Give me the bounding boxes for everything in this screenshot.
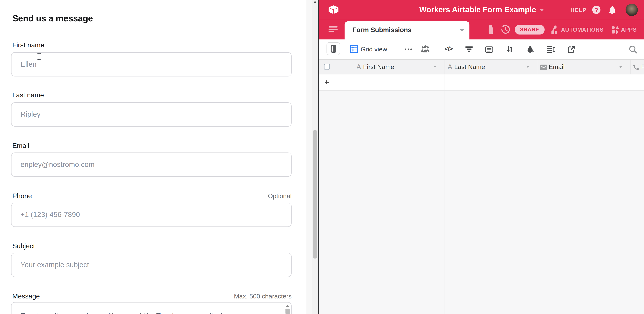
email-field-type-icon — [540, 64, 547, 70]
window-divider[interactable] — [318, 0, 319, 314]
column-separator — [444, 60, 444, 74]
grid-body — [319, 91, 644, 314]
textarea-scroll-thumb[interactable] — [286, 309, 290, 314]
airtable-pane: Workers Airtable Form Example HELP ? For… — [319, 0, 644, 314]
view-toolbar: Grid view </> — [319, 40, 644, 59]
grid-view-icon[interactable] — [350, 45, 358, 53]
column-name: First Name — [363, 63, 394, 71]
page-scrollbar-thumb[interactable] — [313, 130, 317, 259]
page-scroll-up-icon[interactable] — [313, 1, 316, 3]
collaborators-icon[interactable] — [421, 45, 430, 53]
column-caret-icon[interactable] — [526, 66, 529, 68]
column-name: Email — [549, 63, 565, 71]
apps-icon[interactable] — [612, 26, 620, 34]
last-name-label: Last name — [12, 91, 44, 99]
airtable-table-tabs-row: Form Submissions SHARE AUTOMATIONS — [319, 20, 644, 39]
phone-input[interactable] — [11, 203, 292, 227]
group-icon[interactable] — [485, 47, 493, 53]
contact-form-pane: Send us a message First name Last name E… — [0, 0, 306, 314]
phone-label: Phone — [12, 192, 32, 200]
table-tab-form-submissions[interactable]: Form Submissions — [344, 21, 470, 40]
screen: Send us a message First name Last name E… — [0, 0, 644, 314]
sort-icon[interactable] — [506, 45, 513, 53]
history-icon[interactable] — [501, 25, 510, 34]
apps-button[interactable]: APPS — [621, 27, 637, 33]
search-icon[interactable] — [629, 45, 637, 53]
email-label: Email — [12, 142, 29, 150]
help-button[interactable]: HELP — [570, 7, 590, 13]
base-title-text[interactable]: Workers Airtable Form Example — [419, 5, 536, 14]
form-title: Send us a message — [12, 14, 93, 24]
column-name: Last Name — [454, 63, 485, 71]
share-button[interactable]: SHARE — [515, 25, 545, 35]
views-sidebar-toggle-button[interactable] — [326, 42, 340, 55]
first-name-input[interactable] — [11, 52, 292, 77]
subject-input[interactable] — [11, 253, 292, 277]
user-avatar[interactable] — [626, 4, 638, 16]
view-name-label[interactable]: Grid view — [360, 46, 387, 53]
column-name: P — [641, 63, 644, 71]
phone-optional-helper: Optional — [268, 192, 292, 200]
column-separator — [630, 60, 630, 74]
column-separator — [537, 60, 537, 74]
phone-field-type-icon — [632, 64, 640, 71]
trash-icon[interactable] — [488, 25, 494, 34]
help-question-icon[interactable]: ? — [592, 6, 600, 14]
color-icon[interactable] — [526, 45, 534, 53]
notifications-bell-icon[interactable] — [608, 5, 616, 15]
row-height-icon[interactable] — [547, 46, 555, 53]
email-input[interactable] — [11, 153, 292, 177]
column-caret-icon[interactable] — [619, 66, 622, 68]
text-cursor-icon — [37, 53, 41, 60]
view-options-ellipsis-icon[interactable] — [405, 49, 412, 50]
hide-fields-icon[interactable]: </> — [442, 45, 455, 53]
toolbar-divider — [436, 43, 436, 56]
filter-icon[interactable] — [465, 46, 473, 52]
message-label: Message — [12, 292, 40, 300]
sidebar-toggle-icon — [330, 45, 336, 52]
text-field-type-icon: A — [448, 63, 452, 71]
page-gutter — [306, 0, 312, 314]
grid-header-row: A First Name A Last Name Email — [319, 59, 644, 74]
automations-robot-icon[interactable] — [551, 25, 559, 34]
automations-button[interactable]: AUTOMATIONS — [561, 27, 604, 33]
last-name-input[interactable] — [11, 102, 292, 127]
add-record-plus-icon[interactable]: + — [324, 74, 329, 90]
frozen-column-separator — [444, 74, 444, 90]
select-all-checkbox[interactable] — [324, 64, 330, 70]
table-tab-caret-icon[interactable] — [460, 29, 464, 32]
base-title-caret-icon[interactable] — [540, 9, 544, 11]
share-view-icon[interactable] — [568, 46, 575, 53]
subject-label: Subject — [12, 242, 35, 250]
frozen-column-separator — [444, 91, 444, 314]
table-tab-label: Form Submissions — [352, 26, 412, 34]
column-caret-icon[interactable] — [433, 66, 436, 68]
message-max-helper: Max. 500 characters — [234, 293, 292, 300]
message-textarea[interactable]: Tenetur optio quaerat expedita vero et i… — [11, 302, 292, 314]
textarea-scroll-up-icon[interactable] — [286, 305, 289, 307]
text-field-type-icon: A — [356, 63, 361, 71]
first-name-label: First name — [12, 41, 44, 49]
add-record-row[interactable]: + — [319, 74, 644, 91]
airtable-topbar: Workers Airtable Form Example HELP ? — [319, 0, 644, 20]
